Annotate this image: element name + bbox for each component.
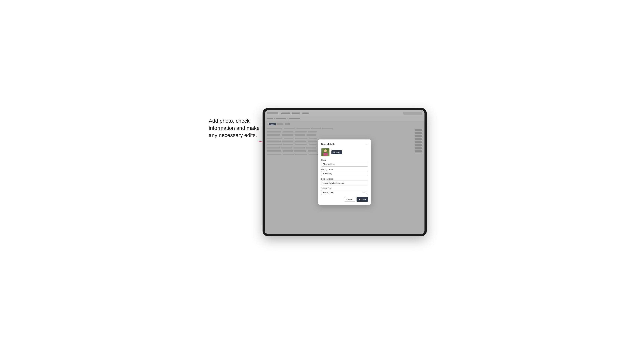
modal-footer: Cancel ⬆ Save	[321, 197, 368, 202]
school-year-arrow-icon[interactable]: ▲ ▼	[365, 190, 367, 194]
user-photo	[322, 148, 329, 156]
school-year-select-wrapper: ✕ ▲ ▼	[321, 190, 368, 195]
photo-section: Upload	[321, 148, 368, 157]
name-field-group: Name	[321, 159, 368, 167]
email-field-group: Email address	[321, 178, 368, 185]
save-icon: ⬆	[359, 198, 360, 200]
user-details-modal: User details ✕ Upload Name	[318, 140, 371, 205]
email-input[interactable]	[321, 180, 368, 185]
save-button-label: Save	[361, 198, 366, 200]
display-name-field-group: Display name	[321, 169, 368, 176]
scene: Add photo, check information and make an…	[209, 102, 435, 244]
modal-close-button[interactable]: ✕	[365, 143, 368, 146]
cancel-button[interactable]: Cancel	[344, 197, 356, 202]
school-year-clear-icon[interactable]: ✕	[363, 191, 365, 194]
display-name-label: Display name	[321, 169, 368, 171]
school-year-input[interactable]	[321, 190, 368, 195]
tablet-screen: / / Active	[265, 110, 424, 234]
user-photo-thumbnail	[321, 148, 330, 157]
annotation-left: Add photo, check information and make an…	[209, 117, 260, 139]
modal-overlay: User details ✕ Upload Name	[265, 110, 424, 234]
name-label: Name	[321, 159, 368, 161]
school-year-label: School Year	[321, 187, 368, 189]
save-button[interactable]: ⬆ Save	[356, 197, 368, 202]
app-background: / / Active	[265, 110, 424, 234]
name-input[interactable]	[321, 162, 368, 167]
modal-title: User details	[321, 143, 335, 146]
email-label: Email address	[321, 178, 368, 180]
modal-header: User details ✕	[321, 143, 368, 146]
upload-button[interactable]: Upload	[332, 150, 342, 154]
school-year-field-group: School Year ✕ ▲ ▼	[321, 187, 368, 195]
tablet-device: / / Active	[262, 108, 427, 236]
display-name-input[interactable]	[321, 171, 368, 176]
